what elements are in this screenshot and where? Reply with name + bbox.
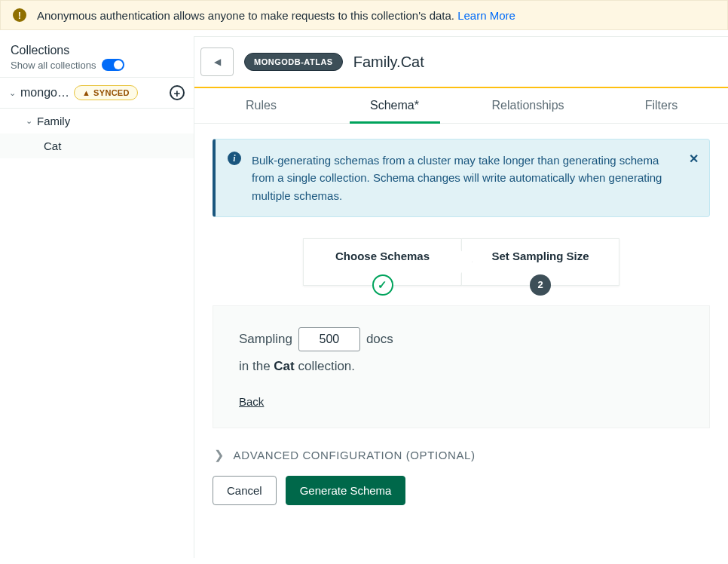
back-button[interactable]: ◀: [200, 48, 234, 76]
tree-child-row[interactable]: Cat: [0, 133, 194, 158]
warning-icon: !: [13, 8, 26, 22]
synced-label: SYNCED: [93, 88, 130, 97]
tab-rules[interactable]: Rules: [194, 88, 328, 123]
chevron-right-icon: ❯: [214, 448, 225, 462]
info-callout: i Bulk-generating schemas from a cluster…: [213, 139, 710, 217]
show-all-toggle[interactable]: [102, 59, 124, 71]
chevron-down-icon: ⌄: [9, 88, 16, 98]
generate-schema-button[interactable]: Generate Schema: [286, 476, 406, 505]
sampling-panel: Sampling docs in the Cat collection. Bac…: [213, 305, 710, 428]
tab-relationships[interactable]: Relationships: [461, 88, 595, 123]
tab-filters[interactable]: Filters: [595, 88, 728, 123]
step-choose-schemas[interactable]: Choose Schemas ✓: [303, 238, 461, 286]
warning-message: Anonymous authentication allows anyone t…: [37, 9, 457, 22]
tab-schema[interactable]: Schema*: [328, 88, 461, 123]
sampling-input[interactable]: [298, 327, 360, 351]
show-all-label: Show all collections: [11, 60, 96, 71]
step1-label: Choose Schemas: [335, 250, 430, 262]
step2-badge: 2: [530, 274, 551, 296]
warning-text: Anonymous authentication allows anyone t…: [37, 9, 515, 22]
datasource-pill: MONGODB-ATLAS: [244, 53, 343, 71]
tree-parent-label: Family: [37, 115, 70, 127]
advanced-label: ADVANCED CONFIGURATION (OPTIONAL): [234, 449, 476, 461]
sampling-prefix: Sampling: [239, 332, 292, 347]
cancel-button[interactable]: Cancel: [213, 476, 277, 505]
sampling-collection-name: Cat: [274, 359, 294, 373]
warning-triangle-icon: ▲: [82, 88, 90, 97]
sampling-suffix: docs: [366, 332, 393, 347]
sidebar-title: Collections: [11, 44, 183, 57]
info-icon: i: [228, 152, 241, 165]
back-link[interactable]: Back: [239, 395, 264, 408]
advanced-config-toggle[interactable]: ❯ ADVANCED CONFIGURATION (OPTIONAL): [214, 448, 710, 462]
button-row: Cancel Generate Schema: [213, 476, 710, 505]
chevron-down-icon: ⌄: [26, 116, 32, 126]
database-row[interactable]: ⌄ mongo… ▲ SYNCED +: [0, 78, 194, 109]
tab-bar: Rules Schema* Relationships Filters: [194, 88, 728, 124]
check-icon: ✓: [372, 274, 393, 296]
step-set-sampling[interactable]: Set Sampling Size 2: [461, 238, 619, 286]
sidebar-header: Collections Show all collections: [0, 36, 194, 78]
sampling-line2-post: collection.: [295, 359, 355, 373]
main-header: ◀ MONGODB-ATLAS Family.Cat: [194, 37, 728, 88]
step2-label: Set Sampling Size: [491, 250, 589, 262]
close-icon[interactable]: ✕: [689, 150, 699, 169]
collection-title: Family.Cat: [353, 54, 424, 71]
add-collection-button[interactable]: +: [170, 85, 185, 100]
auth-warning-banner: ! Anonymous authentication allows anyone…: [0, 0, 728, 30]
tree-child-label: Cat: [44, 139, 61, 152]
sidebar: Collections Show all collections ⌄ mongo…: [0, 36, 194, 558]
sampling-line2-pre: in the: [239, 359, 274, 373]
info-text: Bulk-generating schemas from a cluster m…: [252, 154, 662, 202]
tree-parent-row[interactable]: ⌄ Family: [0, 109, 194, 133]
synced-badge: ▲ SYNCED: [74, 85, 138, 100]
database-name: mongo…: [20, 86, 69, 100]
main-content: ◀ MONGODB-ATLAS Family.Cat Rules Schema*…: [194, 36, 728, 558]
sampling-line2: in the Cat collection.: [239, 359, 684, 374]
stepper: Choose Schemas ✓ Set Sampling Size 2: [213, 238, 710, 286]
learn-more-link[interactable]: Learn More: [457, 9, 515, 22]
